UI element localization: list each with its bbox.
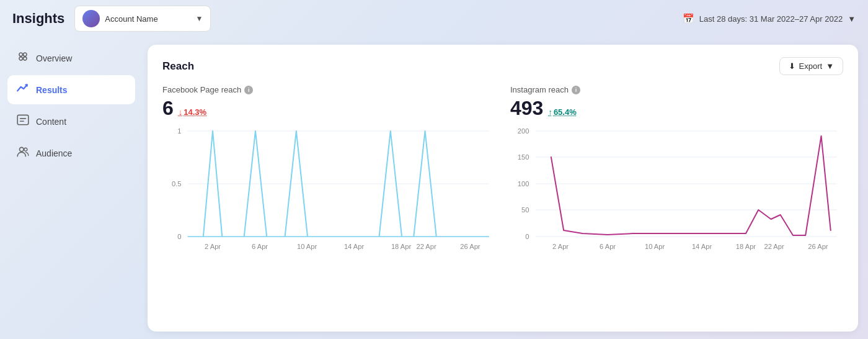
svg-text:2 Apr: 2 Apr xyxy=(552,243,569,250)
instagram-chart: 200 150 100 50 0 2 Apr 6 Apr 10 Apr 14 A… xyxy=(510,125,843,261)
card-title: Reach xyxy=(162,60,194,73)
instagram-change: ↑ 65.4% xyxy=(548,107,576,117)
svg-text:0.5: 0.5 xyxy=(172,180,181,188)
results-icon xyxy=(16,81,30,98)
content-area: Reach ⬇ Export ▼ Facebook Page reach i 6 xyxy=(143,37,868,339)
sidebar-item-audience[interactable]: Audience xyxy=(7,138,135,168)
svg-text:22 Apr: 22 Apr xyxy=(416,243,436,250)
facebook-metric-row: 6 ↓ 14.3% xyxy=(162,97,495,120)
facebook-label: Facebook Page reach i xyxy=(162,85,495,94)
export-chevron: ▼ xyxy=(826,61,834,71)
sidebar-item-overview[interactable]: Overview xyxy=(7,43,135,73)
svg-text:18 Apr: 18 Apr xyxy=(391,243,412,250)
svg-text:14 Apr: 14 Apr xyxy=(692,243,712,250)
page-title: Insights xyxy=(12,11,64,27)
sidebar-label-audience: Audience xyxy=(36,148,72,158)
instagram-value: 493 xyxy=(510,97,543,120)
charts-row: Facebook Page reach i 6 ↓ 14.3% xyxy=(162,85,843,315)
facebook-chart-section: Facebook Page reach i 6 ↓ 14.3% xyxy=(162,85,495,315)
svg-text:100: 100 xyxy=(518,180,529,188)
overview-icon xyxy=(16,50,30,66)
svg-text:0: 0 xyxy=(525,233,529,240)
svg-text:0: 0 xyxy=(177,233,181,240)
date-range-selector[interactable]: 📅 Last 28 days: 31 Mar 2022–27 Apr 2022 … xyxy=(683,13,856,24)
svg-point-2 xyxy=(19,57,23,61)
svg-text:6 Apr: 6 Apr xyxy=(600,243,616,250)
instagram-chart-section: Instagram reach i 493 ↑ 65.4% xyxy=(510,85,843,315)
facebook-info-icon[interactable]: i xyxy=(244,86,253,94)
content-icon xyxy=(16,113,30,130)
svg-point-3 xyxy=(24,57,27,61)
svg-text:50: 50 xyxy=(521,206,529,214)
svg-text:22 Apr: 22 Apr xyxy=(764,243,784,250)
svg-text:6 Apr: 6 Apr xyxy=(252,243,268,250)
facebook-change: ↓ 14.3% xyxy=(179,107,206,117)
instagram-info-icon[interactable]: i xyxy=(572,86,580,94)
svg-text:14 Apr: 14 Apr xyxy=(344,243,365,250)
sidebar: Overview Results Content xyxy=(0,37,143,339)
header: Insights Account Name ▼ 📅 Last 28 days: … xyxy=(0,0,868,37)
export-button[interactable]: ⬇ Export ▼ xyxy=(779,57,843,75)
date-range-chevron: ▼ xyxy=(848,14,856,24)
svg-point-7 xyxy=(20,147,24,151)
sidebar-item-content[interactable]: Content xyxy=(7,107,135,136)
instagram-label: Instagram reach i xyxy=(510,85,843,94)
svg-text:10 Apr: 10 Apr xyxy=(645,243,665,250)
account-name: Account Name xyxy=(105,14,190,24)
account-avatar xyxy=(82,10,100,27)
chevron-down-icon: ▼ xyxy=(195,14,203,23)
main-layout: Overview Results Content xyxy=(0,37,868,339)
facebook-value: 6 xyxy=(162,97,174,120)
svg-point-0 xyxy=(19,53,23,56)
audience-icon xyxy=(16,145,30,161)
svg-text:1: 1 xyxy=(177,127,181,135)
svg-rect-4 xyxy=(17,115,29,124)
facebook-chart: 1 0.5 0 2 Apr 6 Apr 10 Apr 14 Apr 18 Apr… xyxy=(162,125,495,261)
svg-text:26 Apr: 26 Apr xyxy=(460,243,480,250)
svg-text:200: 200 xyxy=(518,127,529,135)
svg-text:150: 150 xyxy=(518,153,529,161)
svg-text:18 Apr: 18 Apr xyxy=(736,243,756,250)
header-left: Insights Account Name ▼ xyxy=(12,6,211,32)
account-selector[interactable]: Account Name ▼ xyxy=(74,6,211,32)
download-icon: ⬇ xyxy=(789,61,795,71)
instagram-metric-row: 493 ↑ 65.4% xyxy=(510,97,843,120)
sidebar-label-results: Results xyxy=(36,85,68,95)
date-range-text: Last 28 days: 31 Mar 2022–27 Apr 2022 xyxy=(699,14,843,24)
svg-text:2 Apr: 2 Apr xyxy=(205,243,221,250)
svg-text:10 Apr: 10 Apr xyxy=(297,243,317,250)
svg-point-1 xyxy=(24,53,27,56)
svg-point-8 xyxy=(24,148,27,151)
sidebar-label-content: Content xyxy=(36,117,66,127)
card-header: Reach ⬇ Export ▼ xyxy=(162,57,843,75)
reach-card: Reach ⬇ Export ▼ Facebook Page reach i 6 xyxy=(148,45,858,332)
svg-text:26 Apr: 26 Apr xyxy=(808,243,828,250)
calendar-icon: 📅 xyxy=(683,13,694,24)
sidebar-item-results[interactable]: Results xyxy=(7,75,135,104)
sidebar-label-overview: Overview xyxy=(36,53,72,63)
